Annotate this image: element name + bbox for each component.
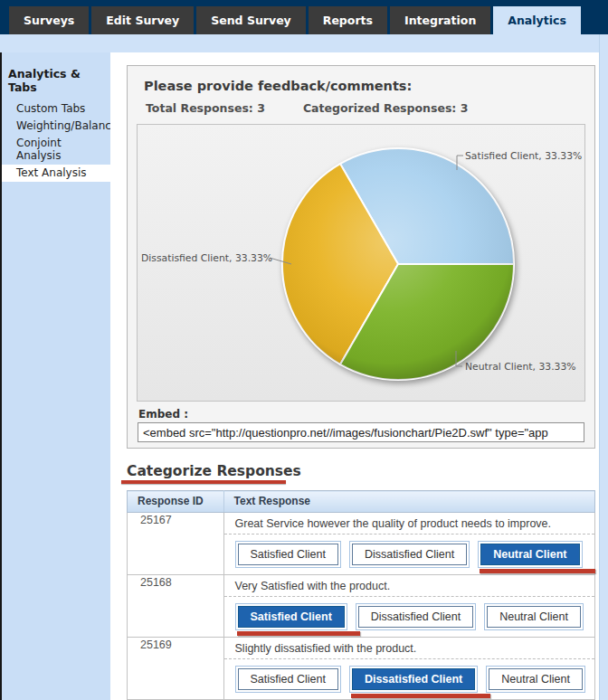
- column-header-response-id: Response ID: [128, 491, 224, 513]
- pie-chart-area: Satisfied Client, 33.33% Dissatisfied Cl…: [137, 124, 585, 402]
- categorized-responses: Categorized Responses: 3: [303, 101, 469, 115]
- response-id-cell: 25168: [128, 575, 224, 638]
- tab-analytics[interactable]: Analytics: [493, 6, 581, 34]
- active-tab-strip: [0, 34, 608, 52]
- category-button-neutral-client[interactable]: Neutral Client: [489, 668, 583, 690]
- text-response-cell: Great Service however the quality of pro…: [223, 513, 594, 575]
- annotation-underline: [351, 694, 490, 698]
- tab-edit-survey[interactable]: Edit Survey: [91, 6, 194, 34]
- embed-label: Embed :: [138, 408, 585, 421]
- tab-integration[interactable]: Integration: [390, 6, 490, 34]
- response-row: 25168 Very Satisfied with the product. S…: [128, 575, 595, 638]
- response-row: 25167 Great Service however the quality …: [128, 513, 595, 575]
- categorize-table: Response ID Text Response 25167 Great Se…: [127, 490, 595, 700]
- annotation-underline-title: [121, 480, 286, 484]
- category-button-dissatisfied-client[interactable]: Dissatisfied Client: [358, 606, 473, 628]
- sidebar: Analytics & Tabs Custom TabsWeighting/Ba…: [0, 52, 110, 700]
- tab-send-survey[interactable]: Send Survey: [196, 6, 306, 34]
- category-button-frame: Satisfied Client: [235, 541, 341, 568]
- text-response-cell: Slightly dissatisfied with the product. …: [223, 638, 594, 700]
- top-tab-bar: SurveysEdit SurveySend SurveyReportsInte…: [0, 0, 608, 34]
- response-id-cell: 25169: [128, 638, 224, 700]
- category-button-frame: Neutral Client: [478, 541, 582, 568]
- sidebar-title: Analytics & Tabs: [2, 52, 110, 100]
- total-responses: Total Responses: 3: [146, 101, 265, 115]
- sidebar-item-text-analysis[interactable]: Text Analysis: [2, 165, 110, 182]
- tab-surveys[interactable]: Surveys: [9, 6, 89, 34]
- dashed-divider: [224, 658, 594, 659]
- category-button-row: Satisfied Client Dissatisfied Client Neu…: [235, 603, 585, 630]
- pie-label-neutral-client: Neutral Client, 33.33%: [465, 361, 576, 373]
- category-button-satisfied-client[interactable]: Satisfied Client: [238, 668, 338, 690]
- category-button-frame: Dissatisfied Client: [349, 541, 470, 568]
- category-button-row: Satisfied Client Dissatisfied Client Neu…: [235, 541, 585, 568]
- table-header-row: Response ID Text Response: [128, 491, 595, 513]
- sidebar-item-custom-tabs[interactable]: Custom Tabs: [2, 100, 110, 118]
- sidebar-item-conjoint-analysis[interactable]: Conjoint Analysis: [2, 135, 110, 165]
- category-button-dissatisfied-client[interactable]: Dissatisfied Client: [352, 544, 467, 565]
- tab-reports[interactable]: Reports: [309, 6, 387, 34]
- response-text: Great Service however the quality of pro…: [235, 517, 585, 530]
- feedback-panel: Please provide feedback/comments: Total …: [127, 65, 595, 449]
- pie-label-satisfied-client: Satisfied Client, 33.33%: [465, 150, 582, 162]
- category-button-frame: Satisfied Client: [235, 666, 341, 693]
- response-text: Very Satisfied with the product.: [235, 580, 585, 592]
- column-header-text-response: Text Response: [223, 491, 594, 513]
- category-button-neutral-client[interactable]: Neutral Client: [487, 606, 581, 628]
- category-button-dissatisfied-client[interactable]: Dissatisfied Client: [352, 668, 475, 690]
- dashed-divider: [224, 534, 594, 534]
- page-scrollbar-strip[interactable]: [599, 34, 608, 700]
- category-button-row: Satisfied Client Dissatisfied Client Neu…: [235, 666, 585, 693]
- embed-code-input[interactable]: [138, 422, 584, 442]
- text-response-cell: Very Satisfied with the product. Satisfi…: [223, 575, 594, 638]
- categorize-responses-title: Categorize Responses: [127, 463, 301, 479]
- response-stats: Total Responses: 3 Categorized Responses…: [146, 101, 585, 115]
- pie-label-dissatisfied-client: Dissatisfied Client, 33.33%: [141, 252, 272, 264]
- category-button-satisfied-client[interactable]: Satisfied Client: [238, 606, 345, 628]
- annotation-underline: [480, 569, 594, 573]
- annotation-underline: [237, 631, 360, 636]
- category-button-neutral-client[interactable]: Neutral Client: [480, 544, 579, 565]
- question-title: Please provide feedback/comments:: [144, 79, 585, 93]
- response-id-cell: 25167: [128, 513, 224, 575]
- category-button-satisfied-client[interactable]: Satisfied Client: [238, 544, 338, 565]
- response-row: 25169 Slightly dissatisfied with the pro…: [128, 638, 595, 700]
- pie: [282, 148, 514, 380]
- category-button-frame: Dissatisfied Client: [356, 603, 476, 630]
- main-content: Please provide feedback/comments: Total …: [110, 52, 608, 700]
- dashed-divider: [224, 596, 594, 597]
- category-button-frame: Dissatisfied Client: [349, 666, 478, 693]
- response-text: Slightly dissatisfied with the product.: [235, 642, 585, 655]
- category-button-frame: Satisfied Client: [235, 603, 347, 630]
- sidebar-item-weighting-balancing[interactable]: Weighting/Balancing: [2, 118, 110, 135]
- category-button-frame: Neutral Client: [484, 603, 584, 630]
- category-button-frame: Neutral Client: [486, 666, 585, 693]
